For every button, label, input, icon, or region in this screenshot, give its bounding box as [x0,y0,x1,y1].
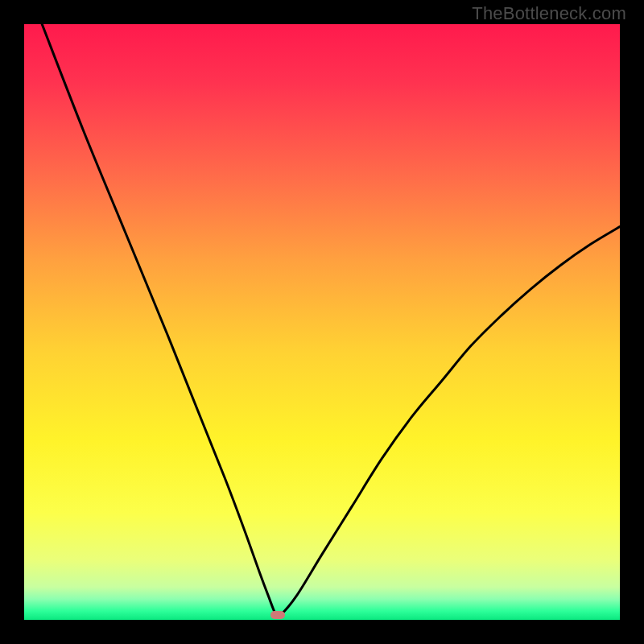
watermark-text: TheBottleneck.com [472,3,626,24]
plot-area [24,24,620,620]
optimum-marker [270,611,285,619]
chart-frame: TheBottleneck.com [0,0,644,644]
bottleneck-curve [24,24,620,620]
